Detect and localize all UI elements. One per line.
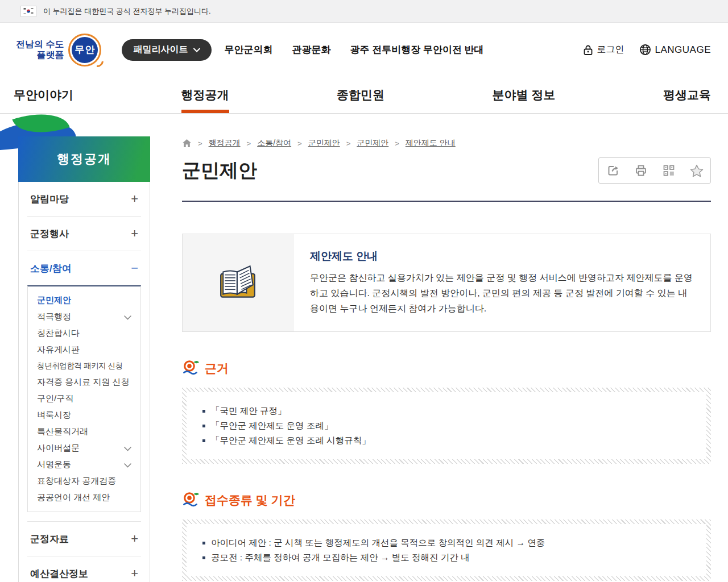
submenu-item-label: 서명운동 bbox=[37, 459, 71, 470]
list-item-text: 「무안군 제안제도 운영 조례」 bbox=[211, 418, 333, 433]
expand-icon: + bbox=[131, 531, 138, 546]
submenu-item-label: 구인/구직 bbox=[37, 393, 73, 404]
submenu-item-label: 특산물직거래 bbox=[37, 426, 88, 437]
gov-banner-text: 이 누리집은 대한민국 공식 전자정부 누리집입니다. bbox=[43, 6, 211, 16]
chevron-down-icon bbox=[124, 315, 131, 320]
submenu-item[interactable]: 자유게시판 bbox=[35, 342, 134, 358]
section-heading-row: 근거 bbox=[182, 359, 711, 377]
submenu-item-label: 적극행정 bbox=[37, 311, 71, 322]
sidebar-section-알림마당[interactable]: 알림마당+ bbox=[19, 182, 150, 216]
submenu-item[interactable]: 청년취업합격 패키지 신청 bbox=[35, 358, 134, 374]
nav-item[interactable]: 분야별 정보 bbox=[493, 77, 556, 113]
muan-symbol-icon bbox=[182, 359, 200, 375]
section-근거: 근거「국민 제안 규정」「무안군 제안제도 운영 조례」「무안군 제안제도 운영… bbox=[182, 359, 711, 464]
header-utils: 로그인 LANGUAGE bbox=[583, 44, 711, 56]
chevron-down-icon bbox=[124, 447, 131, 451]
sidebar-section-label: 군정자료 bbox=[30, 533, 69, 546]
submenu-item[interactable]: 벼룩시장 bbox=[35, 407, 134, 423]
submenu-item[interactable]: 사이버설문 bbox=[35, 440, 134, 456]
intro-box: 제안제도 안내 무안군은 참신하고 실용가치가 있는 제안을 군정 및 행정 서… bbox=[182, 234, 711, 332]
site-header: 전남의 수도 플랫폼 무안 패밀리사이트 무안군의회관광문화광주 전투비행장 무… bbox=[0, 23, 728, 77]
header-link[interactable]: 무안군의회 bbox=[224, 43, 272, 56]
sidebar-section-군정자료[interactable]: 군정자료+ bbox=[19, 522, 150, 556]
submenu-item-label: 군민제안 bbox=[37, 295, 71, 306]
submenu-item[interactable]: 공공언어 개선 제안 bbox=[35, 489, 134, 506]
nav-active-underline bbox=[14, 110, 73, 113]
print-icon[interactable] bbox=[627, 158, 655, 183]
bullet-square-icon bbox=[202, 425, 205, 427]
sidebar-section-소통/참여[interactable]: 소통/참여− bbox=[19, 251, 150, 285]
breadcrumb-link[interactable]: 행정공개 bbox=[209, 138, 241, 148]
submenu-item[interactable]: 서명운동 bbox=[35, 456, 134, 473]
nav-item-label: 평생교육 bbox=[663, 87, 711, 103]
submenu-item[interactable]: 표창대상자 공개검증 bbox=[35, 473, 134, 489]
page-title: 군민제안 bbox=[182, 158, 257, 184]
sidebar-section-label: 군정행사 bbox=[30, 227, 69, 240]
breadcrumb-separator: > bbox=[247, 139, 251, 148]
submenu-item[interactable]: 칭찬합시다 bbox=[35, 325, 134, 342]
sidebar-section-예산결산정보[interactable]: 예산결산정보+ bbox=[19, 556, 150, 582]
logo-badge: 무안 bbox=[68, 34, 101, 66]
list-item: 아이디어 제안 : 군 시책 또는 행정제도의 개선을 목적으로 창의적인 의견… bbox=[202, 535, 690, 550]
header-links: 무안군의회관광문화광주 전투비행장 무안이전 반대 bbox=[224, 43, 483, 56]
share-icon[interactable] bbox=[599, 158, 627, 183]
language-link[interactable]: LANGUAGE bbox=[639, 44, 711, 56]
breadcrumb-separator: > bbox=[395, 139, 399, 148]
section-box-inner: 아이디어 제안 : 군 시책 또는 행정제도의 개선을 목적으로 창의적인 의견… bbox=[187, 524, 706, 576]
qr-code-icon[interactable] bbox=[655, 158, 682, 183]
page-actions bbox=[598, 157, 711, 184]
list-item-text: 공모전 : 주체를 정하여 공개 모집하는 제안 → 별도 정해진 기간 내 bbox=[211, 550, 470, 565]
bullet-square-icon bbox=[202, 439, 205, 442]
collapse-icon: − bbox=[131, 261, 138, 276]
sidebar-menu: 알림마당+군정행사+소통/참여−군민제안적극행정칭찬합시다자유게시판청년취업합격… bbox=[18, 182, 150, 582]
nav-item[interactable]: 무안이야기 bbox=[14, 77, 73, 113]
breadcrumb-link[interactable]: 군민제안 bbox=[308, 138, 340, 148]
home-icon bbox=[182, 139, 192, 148]
nav-item-label: 종합민원 bbox=[337, 87, 384, 103]
nav-item[interactable]: 평생교육 bbox=[663, 77, 711, 113]
submenu-item[interactable]: 적극행정 bbox=[35, 309, 134, 325]
sidebar-section-군정행사[interactable]: 군정행사+ bbox=[19, 217, 150, 251]
submenu-item-label: 벼룩시장 bbox=[37, 410, 71, 421]
chevron-down-icon bbox=[193, 48, 200, 52]
muan-symbol-icon bbox=[182, 491, 200, 507]
content-sections: 근거「국민 제안 규정」「무안군 제안제도 운영 조례」「무안군 제안제도 운영… bbox=[182, 359, 711, 582]
breadcrumb-home-link[interactable] bbox=[182, 139, 192, 148]
breadcrumb-link[interactable]: 군민제안 bbox=[357, 138, 388, 148]
main-content: >행정공개>소통/참여>군민제안>군민제안>제안제도 안내 군민제안 bbox=[182, 114, 711, 582]
sidebar-section-label: 소통/참여 bbox=[30, 262, 72, 275]
submenu-item[interactable]: 군민제안 bbox=[35, 292, 134, 309]
nav-active-underline bbox=[663, 110, 711, 113]
favorite-star-icon[interactable] bbox=[682, 158, 710, 183]
breadcrumb-separator: > bbox=[346, 139, 351, 148]
nav-item[interactable]: 종합민원 bbox=[337, 77, 384, 113]
bullet-square-icon bbox=[202, 542, 205, 544]
submenu-item-label: 표창대상자 공개검증 bbox=[37, 476, 116, 487]
expand-icon: + bbox=[131, 226, 138, 241]
submenu-item[interactable]: 구인/구직 bbox=[35, 390, 134, 407]
sidebar-section-label: 예산결산정보 bbox=[30, 567, 88, 580]
header-link[interactable]: 광주 전투비행장 무안이전 반대 bbox=[350, 43, 483, 56]
intro-body: 무안군은 참신하고 실용가치가 있는 제안을 군정 및 행정 서비스에 반영하고… bbox=[310, 271, 693, 317]
section-접수종류 및 기간: 접수종류 및 기간아이디어 제안 : 군 시책 또는 행정제도의 개선을 목적으… bbox=[182, 491, 711, 581]
title-divider bbox=[182, 201, 711, 202]
header-link[interactable]: 관광문화 bbox=[292, 43, 330, 56]
family-site-label: 패밀리사이트 bbox=[133, 44, 188, 56]
nav-active-underline bbox=[181, 110, 229, 113]
nav-item[interactable]: 행정공개 bbox=[181, 77, 229, 113]
lock-icon bbox=[583, 44, 593, 56]
logo-badge-text: 무안 bbox=[72, 37, 98, 63]
family-site-button[interactable]: 패밀리사이트 bbox=[122, 39, 212, 61]
login-link[interactable]: 로그인 bbox=[583, 44, 624, 56]
breadcrumb-link[interactable]: 제안제도 안내 bbox=[406, 138, 456, 148]
site-logo[interactable]: 전남의 수도 플랫폼 무안 bbox=[16, 34, 101, 66]
logo-tagline-line1: 전남의 수도 bbox=[16, 39, 64, 49]
submenu-item[interactable]: 자격증 응시료 지원 신청 bbox=[35, 374, 134, 390]
breadcrumb: >행정공개>소통/참여>군민제안>군민제안>제안제도 안내 bbox=[182, 138, 711, 148]
sidebar-section-label: 알림마당 bbox=[30, 193, 69, 206]
submenu-item[interactable]: 특산물직거래 bbox=[35, 423, 134, 440]
expand-icon: + bbox=[131, 192, 138, 206]
breadcrumb-link[interactable]: 소통/참여 bbox=[257, 138, 291, 148]
nav-active-underline bbox=[493, 110, 556, 113]
list-item: 「무안군 제안제도 운영 조례」 bbox=[202, 418, 690, 433]
